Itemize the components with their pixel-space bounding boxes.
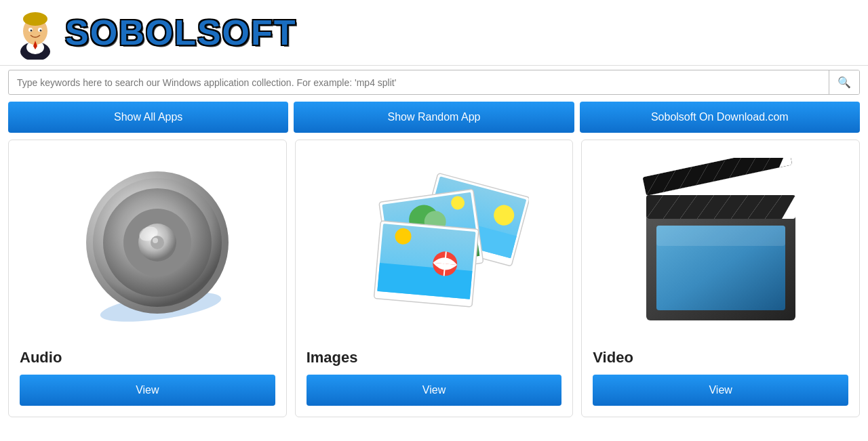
show-all-apps-button[interactable]: Show All Apps xyxy=(8,102,288,133)
images-icon xyxy=(339,158,529,334)
cards-container: Audio View xyxy=(8,140,860,431)
search-input[interactable] xyxy=(9,72,829,93)
audio-icon-area xyxy=(20,151,275,341)
nav-buttons: Show All Apps Show Random App Sobolsoft … xyxy=(8,102,860,133)
audio-card: Audio View xyxy=(8,140,287,417)
svg-point-17 xyxy=(151,236,164,249)
video-view-button[interactable]: View xyxy=(593,375,848,406)
images-card-title: Images xyxy=(307,349,358,366)
images-card: Images View xyxy=(295,140,574,417)
video-icon xyxy=(626,158,816,334)
images-icon-area xyxy=(307,151,562,341)
svg-point-18 xyxy=(153,238,158,243)
header: SOBOLSOFT xyxy=(0,0,868,66)
video-card: Video View xyxy=(581,140,860,417)
sobolsoft-download-button[interactable]: Sobolsoft On Download.com xyxy=(580,102,860,133)
video-card-title: Video xyxy=(593,349,633,366)
avatar xyxy=(8,5,62,60)
logo-text: SOBOLSOFT xyxy=(65,12,297,53)
svg-point-8 xyxy=(40,30,42,32)
svg-point-4 xyxy=(23,12,47,26)
audio-view-button[interactable]: View xyxy=(20,375,275,406)
logo-area: SOBOLSOFT xyxy=(8,5,297,60)
svg-rect-38 xyxy=(656,226,785,246)
show-random-app-button[interactable]: Show Random App xyxy=(294,102,574,133)
search-bar: 🔍 xyxy=(8,70,860,95)
video-icon-area xyxy=(593,151,848,341)
audio-card-title: Audio xyxy=(20,349,62,366)
search-button[interactable]: 🔍 xyxy=(829,70,859,94)
audio-icon xyxy=(52,158,242,334)
svg-point-7 xyxy=(31,30,33,32)
images-view-button[interactable]: View xyxy=(307,375,562,406)
